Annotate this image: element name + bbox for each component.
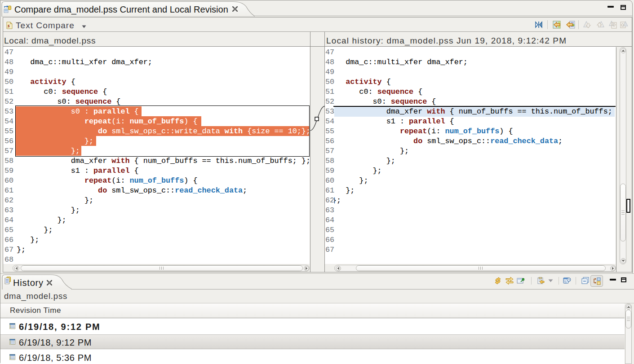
svg-text:12: 12 [564,281,567,284]
svg-text:s: s [7,22,10,29]
